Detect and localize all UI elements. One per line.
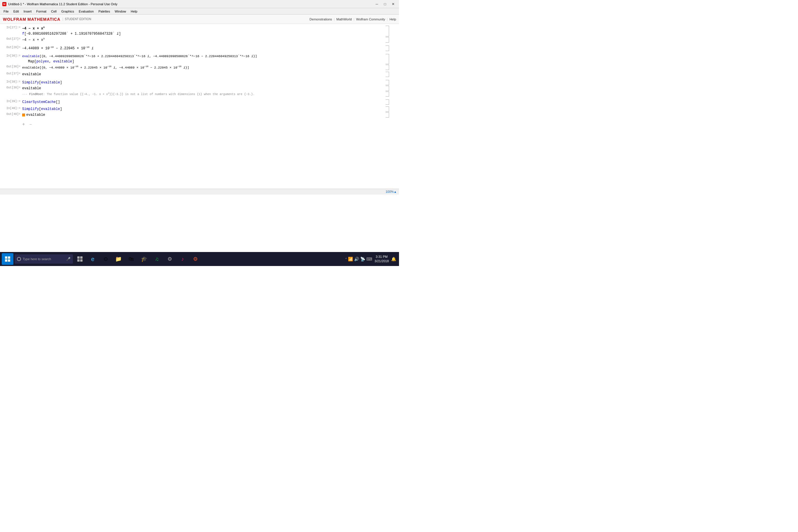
notification-button[interactable]: 🔔 <box>391 256 396 261</box>
windows-icon <box>5 256 10 262</box>
cell-in40-outer: In[40]:= Simplify[evaltable] <box>2 107 390 112</box>
taskbar-chrome-icon[interactable]: ⊙ <box>100 253 111 265</box>
label-in38: In[38]:= <box>2 80 22 83</box>
content-in39[interactable]: ClearSystemCache[] <box>22 99 390 105</box>
keyboard-icon: ⌨ <box>366 256 372 261</box>
cell-in39-outer: In[39]:= ClearSystemCache[] <box>2 99 390 105</box>
bracket-in27 <box>385 26 389 36</box>
svg-rect-4 <box>77 256 80 259</box>
mathematica-brand-text: MATHEMATICA <box>27 17 60 22</box>
tray-arrow[interactable]: ^ <box>345 258 347 261</box>
taskbar-spotify-icon[interactable]: ♫ <box>151 253 163 265</box>
start-button[interactable] <box>2 253 14 265</box>
divider-2: | <box>354 18 354 21</box>
svg-rect-6 <box>77 259 80 262</box>
orange-dot <box>22 113 25 116</box>
content-warning: ··· FindRoot: The function value {{−4., … <box>22 92 390 97</box>
menu-insert[interactable]: Insert <box>21 9 34 14</box>
taskbar-store-icon[interactable]: 🛍 <box>126 253 137 265</box>
menu-format[interactable]: Format <box>34 9 49 14</box>
taskbar-explorer-icon[interactable]: 📁 <box>113 253 124 265</box>
task-view-button[interactable] <box>74 253 86 265</box>
menu-file[interactable]: File <box>1 9 11 14</box>
content-in40[interactable]: Simplify[evaltable] <box>22 107 390 112</box>
content-in36[interactable]: evaltable[{0, −4.440892098500626`*^−16 +… <box>22 54 390 64</box>
in27-line1: −4 − x + x3 <box>22 26 384 31</box>
spacer2 <box>2 52 390 54</box>
zoom-arrow: ▲ <box>394 190 397 193</box>
taskbar-right: ^ 📶 🔊 📡 ⌨ 3:31 PM 3/21/2018 🔔 <box>345 254 397 264</box>
cell-in27-outer: In[27]:= −4 − x + x3 f[−0.89816095162972… <box>2 26 390 36</box>
cell-out27: Out[27]= −4 − x + x3 <box>2 37 390 43</box>
content-out37: evaltable <box>22 72 390 77</box>
warning-text: ··· FindRoot: The function value {{−4., … <box>22 92 384 97</box>
cell-out37-outer: Out[37]= evaltable <box>2 72 390 77</box>
menu-palettes[interactable]: Palettes <box>96 9 112 14</box>
new-cell-label <box>2 121 22 121</box>
menu-window[interactable]: Window <box>112 9 128 14</box>
menu-help[interactable]: Help <box>128 9 140 14</box>
svg-rect-2 <box>5 259 7 262</box>
bracket-in40 <box>385 107 389 112</box>
content-in27[interactable]: −4 − x + x3 f[−0.8981609516297208` + 1.1… <box>22 26 390 36</box>
community-link[interactable]: Wolfram Community <box>356 18 385 21</box>
out27-line1: −4 − x + x3 <box>22 37 384 43</box>
search-bar[interactable]: Type here to search 🎤 <box>15 254 73 264</box>
menu-evaluation[interactable]: Evaluation <box>76 9 96 14</box>
search-placeholder: Type here to search <box>23 257 51 261</box>
taskbar-gear2-icon[interactable]: ⚙ <box>190 253 201 265</box>
cell-out28: Out[28]= −4.44089 × 10−16 − 2.22045 × 10… <box>2 45 390 51</box>
out40-line1: evaltable <box>26 112 45 117</box>
cell-in27: In[27]:= −4 − x + x3 f[−0.89816095162972… <box>2 26 390 36</box>
in27-line2: f[−0.8981609516297208` + 1.1916707956047… <box>22 31 384 36</box>
menu-graphics[interactable]: Graphics <box>59 9 76 14</box>
menu-cell[interactable]: Cell <box>49 9 59 14</box>
cell-dash: — <box>30 122 32 127</box>
svg-rect-5 <box>80 256 82 259</box>
maximize-button[interactable]: □ <box>381 1 388 7</box>
label-out37: Out[37]= <box>2 72 22 75</box>
taskbar-edge-icon[interactable]: e <box>87 253 99 265</box>
bracket-out27 <box>385 37 389 43</box>
network-icon: 📶 <box>348 256 353 261</box>
clock-area: 3:31 PM 3/21/2018 <box>375 254 389 264</box>
system-tray: ^ 📶 🔊 📡 ⌨ <box>345 256 372 261</box>
cell-in38: In[38]:= Simplify[evaltable] <box>2 80 390 85</box>
content-out36: evaltable[{0, −4.44089 × 10−16 + 2.22045… <box>22 65 390 70</box>
cell-in39: In[39]:= ClearSystemCache[] <box>2 99 390 105</box>
bracket-in38 <box>385 80 389 85</box>
add-cell-icon[interactable]: + <box>22 121 25 128</box>
in39-line1: ClearSystemCache[] <box>22 99 384 105</box>
mathworld-link[interactable]: MathWorld <box>336 18 352 21</box>
notebook-area[interactable]: In[27]:= −4 − x + x3 f[−0.89816095162972… <box>0 24 399 189</box>
label-warning <box>2 92 22 92</box>
bracket-out37 <box>385 72 389 77</box>
help-link[interactable]: Help <box>390 18 396 21</box>
cell-out36-outer: Out[36]= evaltable[{0, −4.44089 × 10−16 … <box>2 65 390 70</box>
spacer7 <box>2 118 390 120</box>
new-cell-content[interactable]: + — <box>22 121 390 128</box>
wolfram-header: WOLFRAM MATHEMATICA STUDENT EDITION Demo… <box>0 15 399 24</box>
spacer1 <box>2 43 390 45</box>
microphone-icon: 🎤 <box>66 257 71 261</box>
cell-out36: Out[36]= evaltable[{0, −4.44089 × 10−16 … <box>2 65 390 70</box>
bracket-warning <box>385 92 389 97</box>
zoom-level: 100% <box>385 190 394 193</box>
menu-bar: File Edit Insert Format Cell Graphics Ev… <box>0 8 399 15</box>
cell-out40: Out[40]= evaltable <box>2 112 390 117</box>
label-in27: In[27]:= <box>2 26 22 29</box>
taskbar-edu-icon[interactable]: 🎓 <box>138 253 150 265</box>
close-button[interactable]: ✕ <box>390 1 397 7</box>
cell-out27-outer: Out[27]= −4 − x + x3 <box>2 37 390 43</box>
content-out28: −4.44089 × 10−16 − 2.22045 × 10−16 i <box>22 45 390 51</box>
taskbar-settings-icon[interactable]: ⚙ <box>164 253 176 265</box>
new-cell-area[interactable]: + — <box>2 121 390 128</box>
menu-edit[interactable]: Edit <box>11 9 21 14</box>
content-in38[interactable]: Simplify[evaltable] <box>22 80 390 85</box>
demonstrations-link[interactable]: Demonstrations <box>309 18 332 21</box>
search-icon <box>17 257 21 261</box>
minimize-button[interactable]: ─ <box>373 1 380 7</box>
window-controls[interactable]: ─ □ ✕ <box>373 1 397 7</box>
label-out36: Out[36]= <box>2 65 22 68</box>
taskbar-music-icon[interactable]: ♪ <box>177 253 188 265</box>
